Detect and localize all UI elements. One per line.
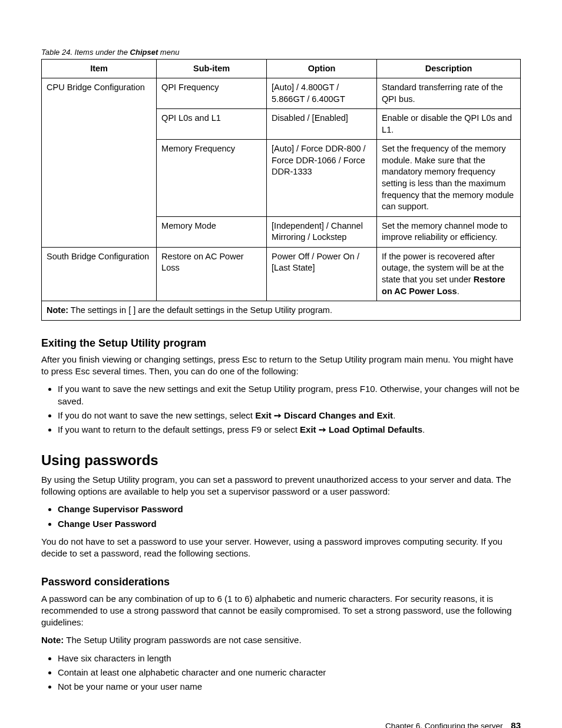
note-text: The Setup Utility program passwords are … <box>64 635 301 645</box>
considerations-list: Have six characters in length Contain at… <box>41 653 521 693</box>
cell-option: [Auto] / 4.800GT / 5.866GT / 6.400GT <box>267 78 377 109</box>
li-bold: Discard Changes and Exit <box>284 410 393 420</box>
li-text: . <box>393 410 395 420</box>
cell-option: [Independent] / Channel Mirroring / Lock… <box>267 216 377 247</box>
table-row: QPI L0s and L1 Disabled / [Enabled] Enab… <box>42 109 521 140</box>
li-text: . <box>422 424 425 434</box>
passwords-p2: You do not have to set a password to use… <box>41 536 521 560</box>
list-item: If you want to save the new settings and… <box>58 383 521 407</box>
note-label: Note: <box>41 635 64 645</box>
passwords-options-list: Change Supervisor Password Change User P… <box>41 503 521 530</box>
table-note-row: Note: The settings in [ ] are the defaul… <box>42 301 521 321</box>
cell-description: Enable or disable the QPI L0s and L1. <box>377 109 521 140</box>
li-bold: Exit <box>300 424 316 434</box>
col-item: Item <box>42 59 157 78</box>
heading-using-passwords: Using passwords <box>41 451 521 470</box>
cell-item <box>42 140 157 216</box>
li-bold: Exit <box>255 410 272 420</box>
cell-description: If the power is recovered after outage, … <box>377 247 521 301</box>
footer-page-number: 83 <box>511 720 521 728</box>
heading-exiting: Exiting the Setup Utility program <box>41 336 521 350</box>
caption-bold: Chipset <box>130 48 158 57</box>
col-option: Option <box>267 59 377 78</box>
cell-description: Standard transferring rate of the QPI bu… <box>377 78 521 109</box>
table-row: Memory Mode [Independent] / Channel Mirr… <box>42 216 521 247</box>
list-item: Contain at least one alphabetic characte… <box>58 667 521 678</box>
table-caption: Table 24. Items under the Chipset menu <box>41 47 521 58</box>
considerations-note: Note: The Setup Utility program password… <box>41 634 521 646</box>
cell-description: Set the frequency of the memory module. … <box>377 140 521 216</box>
chipset-table: Item Sub-item Option Description CPU Bri… <box>41 59 521 321</box>
cell-option: Power Off / Power On / [Last State] <box>267 247 377 301</box>
table-note-cell: Note: The settings in [ ] are the defaul… <box>42 301 521 321</box>
cell-option: Disabled / [Enabled] <box>267 109 377 140</box>
caption-suffix: menu <box>158 48 179 57</box>
note-label: Note: <box>47 305 68 315</box>
arrow-icon: ➙ <box>316 424 329 434</box>
caption-prefix: Table 24. Items under the <box>41 48 130 57</box>
desc-post: . <box>457 286 459 296</box>
cell-subitem: QPI L0s and L1 <box>157 109 267 140</box>
cell-subitem: Restore on AC Power Loss <box>157 247 267 301</box>
list-item: Change Supervisor Password <box>58 503 521 515</box>
cell-item: South Bridge Configuration <box>42 247 157 301</box>
cell-subitem: Memory Mode <box>157 216 267 247</box>
li-text: If you want to return to the default set… <box>58 424 300 434</box>
cell-description: Set the memory channel mode to improve r… <box>377 216 521 247</box>
arrow-icon: ➙ <box>272 410 284 420</box>
cell-item <box>42 216 157 247</box>
col-subitem: Sub-item <box>157 59 267 78</box>
cell-item: CPU Bridge Configuration <box>42 78 157 109</box>
list-item: Not be your name or your user name <box>58 681 521 693</box>
list-item: Have six characters in length <box>58 653 521 664</box>
note-text: The settings in [ ] are the default sett… <box>68 305 332 315</box>
cell-option: [Auto] / Force DDR-800 / Force DDR-1066 … <box>267 140 377 216</box>
list-item: If you want to return to the default set… <box>58 424 521 436</box>
table-row: South Bridge Configuration Restore on AC… <box>42 247 521 301</box>
considerations-p1: A password can be any combination of up … <box>41 593 521 629</box>
exiting-list: If you want to save the new settings and… <box>41 383 521 436</box>
heading-password-considerations: Password considerations <box>41 575 521 589</box>
cell-item <box>42 109 157 140</box>
exiting-p1: After you finish viewing or changing set… <box>41 354 521 378</box>
table-header-row: Item Sub-item Option Description <box>42 59 521 78</box>
table-row: Memory Frequency [Auto] / Force DDR-800 … <box>42 140 521 216</box>
col-description: Description <box>377 59 521 78</box>
cell-subitem: Memory Frequency <box>157 140 267 216</box>
footer-chapter: Chapter 6. Configuring the server <box>385 722 503 728</box>
list-item: Change User Password <box>58 518 521 530</box>
table-row: CPU Bridge Configuration QPI Frequency [… <box>42 78 521 109</box>
list-item: If you do not want to save the new setti… <box>58 410 521 421</box>
li-bold: Load Optimal Defaults <box>329 424 422 434</box>
passwords-p1: By using the Setup Utility program, you … <box>41 474 521 498</box>
page-footer: Chapter 6. Configuring the server 83 <box>41 720 521 728</box>
cell-subitem: QPI Frequency <box>157 78 267 109</box>
li-text: If you do not want to save the new setti… <box>58 410 255 420</box>
